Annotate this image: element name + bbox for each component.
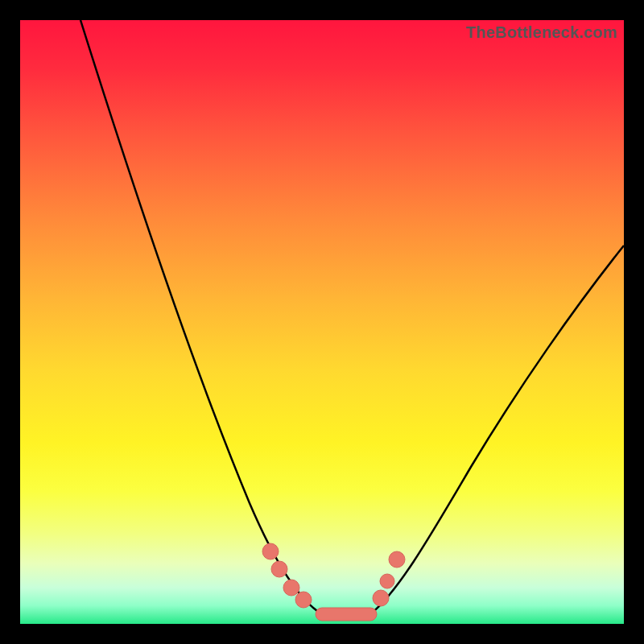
- outer-frame: TheBottleneck.com: [0, 0, 644, 644]
- marker-dot: [262, 543, 279, 559]
- marker-dot: [283, 580, 299, 596]
- curve-right-branch: [370, 246, 624, 614]
- marker-dot: [295, 592, 312, 608]
- marker-dot: [271, 561, 287, 577]
- marker-dot: [373, 590, 389, 606]
- marker-dot: [389, 551, 405, 568]
- watermark-text: TheBottleneck.com: [466, 23, 617, 42]
- plot-area: TheBottleneck.com: [20, 20, 624, 624]
- bottleneck-curve: [20, 20, 624, 624]
- curve-left-branch: [80, 20, 322, 614]
- marker-dot: [380, 574, 394, 588]
- marker-pill: [316, 608, 377, 621]
